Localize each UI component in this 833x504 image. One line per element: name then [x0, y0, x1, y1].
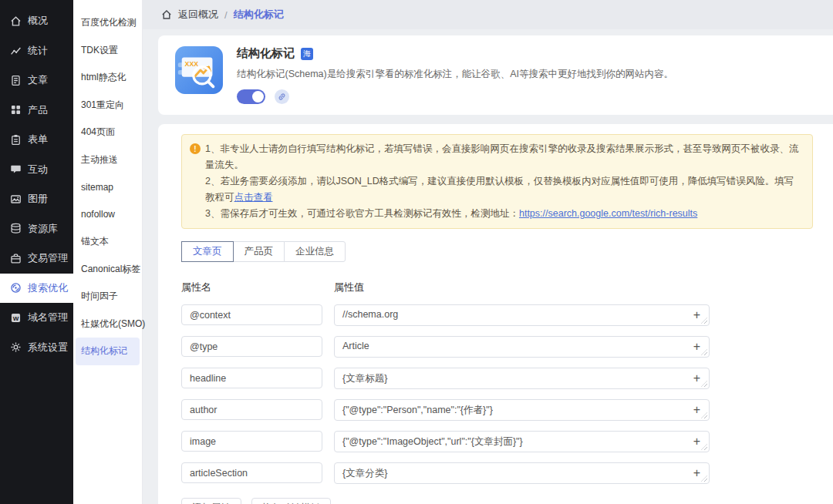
sidebar-item[interactable]: 交易管理 [0, 244, 73, 274]
notice-link[interactable]: https://search.google.com/test/rich-resu… [519, 208, 697, 219]
page-type-tab[interactable]: 企业信息 [284, 241, 346, 262]
svg-text:W: W [13, 314, 19, 321]
feature-description: 结构化标记(Schema)是给搜索引擎看的标准化标注，能让谷歌、AI等搜索中更好… [237, 68, 673, 81]
gallery-icon [10, 193, 22, 205]
sidebar-item[interactable]: W 域名管理 [0, 303, 73, 333]
expand-plus-icon[interactable]: + [693, 307, 700, 323]
sidebar-item[interactable]: 搜索优化 [0, 274, 73, 304]
attribute-row: {文章分类} + [181, 462, 813, 484]
attribute-row: {文章标题} + [181, 368, 813, 389]
resize-grip-icon[interactable] [701, 318, 707, 324]
attribute-name-input[interactable] [181, 462, 322, 483]
submenu-item-label: 主动推送 [81, 153, 118, 166]
sidebar-item-label: 图册 [28, 192, 48, 206]
expand-plus-icon[interactable]: + [693, 371, 700, 386]
attribute-value-textarea[interactable]: //schema.org + [334, 304, 710, 326]
submenu-item[interactable]: 主动推送 [76, 146, 140, 174]
resize-grip-icon[interactable] [701, 444, 707, 450]
attribute-name-input[interactable] [181, 431, 322, 452]
submenu-item[interactable]: 社媒优化(SMO) [76, 311, 140, 338]
resize-grip-icon[interactable] [701, 475, 707, 482]
page-type-tab[interactable]: 产品页 [233, 241, 285, 262]
attribute-name-input[interactable] [181, 336, 322, 357]
attribute-name-input[interactable] [181, 368, 322, 388]
submenu-item[interactable]: 锚文本 [76, 228, 140, 256]
sidebar-item[interactable]: 图册 [0, 184, 73, 214]
breadcrumb-back-link[interactable]: 返回概况 [178, 8, 218, 22]
attribute-row: {"@type":"ImageObject","url":"{文章封面}"} + [181, 431, 813, 452]
submenu-item[interactable]: 时间因子 [76, 283, 140, 311]
submenu-item-label: nofollow [81, 209, 115, 220]
submenu-item-label: 锚文本 [81, 235, 109, 248]
resize-grip-icon[interactable] [701, 381, 707, 387]
submenu-item[interactable]: sitemap [76, 173, 140, 201]
sidebar-item[interactable]: 概况 [0, 6, 73, 36]
product-icon [10, 104, 22, 116]
submenu-item[interactable]: 百度优化检测 [76, 9, 140, 37]
sidebar-item-label: 表单 [28, 133, 48, 146]
submenu-item[interactable]: html静态化 [76, 64, 140, 92]
expand-plus-icon[interactable]: + [693, 402, 700, 418]
submenu-item-label: sitemap [81, 182, 113, 193]
sidebar-item-label: 搜索优化 [28, 281, 68, 295]
expand-plus-icon[interactable]: + [693, 465, 700, 481]
sidebar-item-label: 统计 [28, 44, 48, 58]
attribute-row: Article + [181, 336, 813, 358]
attribute-value-textarea[interactable]: Article + [334, 336, 710, 358]
attribute-row: {"@type":"Person","name":"{作者}"} + [181, 399, 813, 421]
notice-link[interactable]: 点击查看 [234, 192, 273, 203]
page-title: 结构化标记 [237, 46, 295, 61]
feature-enable-toggle[interactable] [237, 89, 265, 104]
resize-grip-icon[interactable] [701, 349, 707, 355]
submenu-item[interactable]: 301重定向 [76, 92, 140, 119]
sidebar-item[interactable]: 表单 [0, 125, 73, 155]
sidebar-item-label: 文章 [28, 73, 48, 87]
submenu-item[interactable]: nofollow [76, 201, 140, 229]
domain-icon: W [10, 312, 22, 324]
sidebar-item[interactable]: 系统设置 [0, 333, 73, 363]
resize-grip-icon[interactable] [701, 412, 707, 418]
sidebar-item[interactable]: 文章 [0, 66, 73, 96]
row-actions: 添加属性 恢复默认模板 [181, 498, 813, 504]
restore-template-button[interactable]: 恢复默认模板 [251, 498, 331, 504]
seo-submenu: 百度优化检测 TDK设置 html静态化 301重定向 404页面 主动推送 s… [73, 0, 143, 504]
expand-plus-icon[interactable]: + [693, 434, 700, 449]
sidebar-item[interactable]: 产品 [0, 96, 73, 126]
feature-header-text: 结构化标记 海 结构化标记(Schema)是给搜索引擎看的标准化标注，能让谷歌、… [237, 46, 673, 104]
attribute-name-input[interactable] [181, 304, 322, 325]
submenu-item[interactable]: TDK设置 [76, 37, 140, 65]
attribute-name-input[interactable] [181, 399, 322, 420]
svg-text:XXX: XXX [185, 60, 199, 68]
attribute-value-textarea[interactable]: {"@type":"ImageObject","url":"{文章封面}"} + [334, 431, 710, 452]
primary-sidebar: 概况 统计 文章 产品 表单 互动 图册 [0, 0, 73, 504]
main-area: 返回概况 / 结构化标记 XXX [143, 0, 833, 504]
link-icon[interactable] [275, 89, 289, 104]
submenu-item[interactable]: 结构化标记 [76, 338, 140, 365]
sidebar-item-label: 域名管理 [28, 311, 68, 324]
sidebar-item[interactable]: 统计 [0, 36, 73, 66]
attribute-value-textarea[interactable]: {文章标题} + [334, 368, 710, 389]
add-attribute-button[interactable]: 添加属性 [181, 498, 241, 504]
attribute-value-textarea[interactable]: {"@type":"Person","name":"{作者}"} + [334, 399, 710, 421]
submenu-item[interactable]: Canonical标签 [76, 256, 140, 284]
warning-icon: ! [190, 143, 201, 154]
sidebar-item[interactable]: 互动 [0, 155, 73, 185]
schema-settings-card: ! 1、非专业人士请勿自行填写结构化标记，若填写错误，会直接影响网页在搜索引擎的… [158, 124, 833, 504]
home-icon[interactable] [161, 9, 172, 20]
sidebar-item-label: 交易管理 [28, 251, 68, 265]
notice-line: 2、若业务需要必须添加，请以JSON_LD格式编写，建议直接使用默认模板，仅替换… [205, 173, 801, 206]
notice-line: 3、需保存后才可生效，可通过谷歌官方工具检测标记有效性，检测地址：https:/… [205, 206, 801, 222]
stats-icon [10, 45, 22, 56]
chat-icon [10, 163, 22, 175]
page-type-tab[interactable]: 文章页 [181, 241, 234, 262]
attribute-value-header: 属性值 [334, 281, 364, 294]
submenu-item[interactable]: 404页面 [76, 119, 140, 146]
settings-icon [10, 341, 22, 353]
submenu-item-label: 结构化标记 [81, 344, 127, 358]
breadcrumb-current: 结构化标记 [234, 8, 284, 22]
overseas-badge: 海 [301, 48, 313, 60]
sidebar-item[interactable]: 资源库 [0, 214, 73, 244]
form-icon [10, 134, 22, 146]
attribute-value-textarea[interactable]: {文章分类} + [334, 462, 710, 484]
expand-plus-icon[interactable]: + [693, 339, 700, 354]
